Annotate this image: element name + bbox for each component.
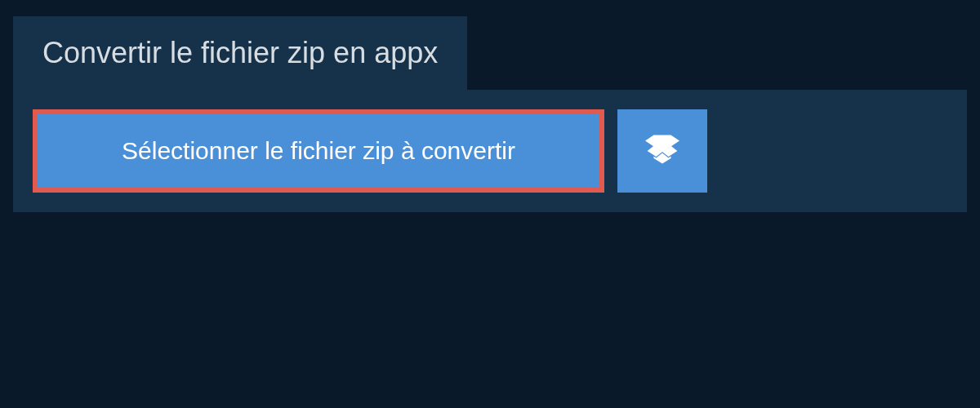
upload-panel: Sélectionner le fichier zip à convertir <box>13 90 967 212</box>
page-title: Convertir le fichier zip en appx <box>42 36 438 70</box>
dropbox-icon <box>645 132 679 170</box>
select-file-label: Sélectionner le fichier zip à convertir <box>122 137 515 165</box>
select-file-button[interactable]: Sélectionner le fichier zip à convertir <box>33 109 604 193</box>
tab-header: Convertir le fichier zip en appx <box>13 16 467 90</box>
dropbox-button[interactable] <box>617 109 707 193</box>
